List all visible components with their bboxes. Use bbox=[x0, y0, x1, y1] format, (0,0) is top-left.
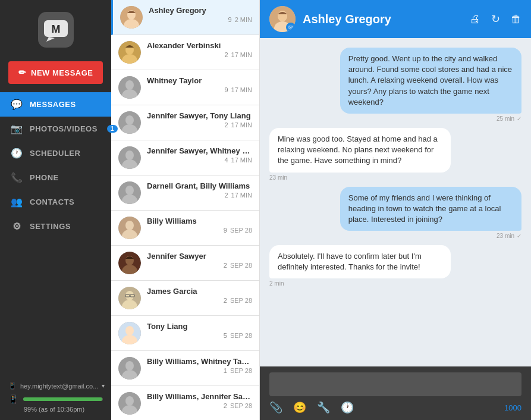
sidebar-label-photos_videos: PHOTOS/VIDEOS bbox=[30, 124, 98, 133]
svg-point-16 bbox=[125, 151, 134, 160]
logo-area: M bbox=[0, 0, 111, 57]
contact-meta-9: 2 SEP 28 bbox=[147, 297, 252, 304]
contact-avatar-10 bbox=[118, 322, 141, 344]
contact-meta-12: 2 SEP 28 bbox=[147, 402, 252, 409]
attachment-icon[interactable]: 📎 bbox=[269, 401, 282, 414]
contact-time-3: 17 MIN bbox=[231, 86, 252, 93]
contact-name-2: Alexander Verbinski bbox=[147, 41, 252, 50]
contact-item-4[interactable]: Jennifer Sawyer, Tony Liang 2 17 MIN bbox=[111, 105, 259, 140]
contact-item-9[interactable]: James Garcia 2 SEP 28 bbox=[111, 281, 259, 316]
refresh-icon[interactable]: ↻ bbox=[491, 12, 500, 26]
contact-info-9: James Garcia 2 SEP 28 bbox=[147, 287, 252, 304]
contact-info-3: Whitney Taylor 9 17 MIN bbox=[147, 76, 252, 93]
contact-item-12[interactable]: Billy Williams, Jennifer Sawyer 2 SEP 28 bbox=[111, 386, 259, 420]
messages-icon: 💬 bbox=[11, 99, 23, 110]
new-message-button[interactable]: ✏ NEW MESSAGE bbox=[8, 61, 103, 84]
app-logo: M bbox=[38, 12, 74, 48]
message-bubble-1: Pretty good. Went up to the city and wal… bbox=[340, 48, 521, 114]
pencil-icon: ✏ bbox=[18, 67, 27, 78]
svg-text:M: M bbox=[51, 23, 60, 35]
sidebar-label-contacts: CONTACTS bbox=[30, 198, 74, 206]
contact-meta-1: 9 2 MIN bbox=[149, 16, 252, 23]
contact-avatar-9 bbox=[118, 287, 141, 309]
sidebar-item-settings[interactable]: ⚙ SETTINGS bbox=[0, 214, 111, 239]
wrench-icon[interactable]: 🔧 bbox=[317, 401, 330, 414]
chat-toolbar: 📎 😊 🔧 🕐 1000 bbox=[269, 401, 521, 414]
svg-point-39 bbox=[125, 396, 134, 406]
contact-count-9: 2 bbox=[224, 297, 227, 304]
contact-info-5: Jennifer Sawyer, Whitney Taylor 4 17 MIN bbox=[147, 146, 252, 164]
phone-small-icon: 📱 bbox=[8, 382, 17, 390]
sidebar: M ✏ NEW MESSAGE 💬 MESSAGES 📷 PHOTOS/VIDE… bbox=[0, 0, 111, 420]
contacts-icon: 👥 bbox=[11, 196, 23, 208]
contact-count-4: 2 bbox=[224, 121, 228, 128]
contact-time-7: SEP 28 bbox=[230, 227, 252, 234]
contact-time-5: 17 MIN bbox=[231, 156, 252, 164]
contact-avatar-4 bbox=[118, 111, 141, 134]
contact-avatar-2 bbox=[118, 41, 141, 64]
svg-point-10 bbox=[125, 80, 134, 90]
contact-info-7: Billy Williams 9 SEP 28 bbox=[147, 217, 252, 234]
sidebar-item-phone[interactable]: 📞 PHONE bbox=[0, 165, 111, 190]
contact-name-11: Billy Williams, Whitney Taylor bbox=[147, 357, 252, 366]
sidebar-item-contacts[interactable]: 👥 CONTACTS bbox=[0, 190, 111, 214]
contact-item-3[interactable]: Whitney Taylor 9 17 MIN bbox=[111, 70, 259, 105]
read-icon-1: ✓ bbox=[517, 115, 521, 122]
message-row-2: Mine was good too. Stayed at home and ha… bbox=[269, 128, 521, 181]
chat-input-box[interactable] bbox=[269, 372, 521, 396]
message-time-3: 23 min ✓ bbox=[497, 233, 521, 239]
emoji-icon[interactable]: 😊 bbox=[293, 401, 306, 414]
chevron-down-icon: ▾ bbox=[102, 383, 105, 389]
contact-time-10: SEP 28 bbox=[230, 332, 252, 339]
contact-item-7[interactable]: Billy Williams 9 SEP 28 bbox=[111, 211, 259, 246]
trash-icon[interactable]: 🗑 bbox=[511, 13, 521, 26]
battery-bar-fill bbox=[23, 397, 102, 401]
sidebar-item-photos_videos[interactable]: 📷 PHOTOS/VIDEOS 1 bbox=[0, 117, 111, 141]
sidebar-bottom: 📱 hey.mightytext@gmail.co... ▾ 📱 99% (as… bbox=[0, 376, 111, 420]
char-count: 1000 bbox=[504, 403, 521, 412]
chat-header: ✉ Ashley Gregory 🖨 ↻ 🗑 bbox=[260, 0, 531, 38]
contact-avatar-1 bbox=[120, 6, 143, 29]
battery-row: 📱 bbox=[8, 394, 103, 404]
contact-name-12: Billy Williams, Jennifer Sawyer bbox=[147, 392, 252, 401]
contact-item-5[interactable]: Jennifer Sawyer, Whitney Taylor 4 17 MIN bbox=[111, 140, 259, 175]
contact-info-6: Darnell Grant, Billy Williams 2 17 MIN bbox=[147, 181, 252, 199]
contact-time-12: SEP 28 bbox=[230, 402, 252, 409]
contact-item-11[interactable]: Billy Williams, Whitney Taylor 1 SEP 28 bbox=[111, 351, 259, 386]
print-icon[interactable]: 🖨 bbox=[470, 13, 480, 26]
sidebar-label-scheduler: SCHEDULER bbox=[30, 149, 80, 158]
contact-name-6: Darnell Grant, Billy Williams bbox=[147, 181, 252, 190]
schedule-icon[interactable]: 🕐 bbox=[341, 401, 354, 414]
message-bubble-4: Absolutely. I'll have to confirm later b… bbox=[269, 245, 451, 278]
contact-count-12: 2 bbox=[224, 402, 227, 409]
contact-avatar-11 bbox=[118, 357, 141, 380]
contact-meta-6: 2 17 MIN bbox=[147, 192, 252, 199]
scheduler-icon: 🕐 bbox=[11, 148, 23, 159]
battery-bar-background bbox=[23, 397, 103, 401]
contact-item-8[interactable]: Jennifer Sawyer 2 SEP 28 bbox=[111, 246, 259, 281]
phone-battery-icon: 📱 bbox=[8, 394, 18, 404]
sidebar-item-messages[interactable]: 💬 MESSAGES bbox=[0, 92, 111, 117]
contact-meta-10: 5 SEP 28 bbox=[147, 332, 252, 339]
contact-count-10: 5 bbox=[224, 332, 227, 339]
sidebar-item-scheduler[interactable]: 🕐 SCHEDULER bbox=[0, 141, 111, 165]
nav-menu: 💬 MESSAGES 📷 PHOTOS/VIDEOS 1 🕐 SCHEDULER… bbox=[0, 92, 111, 239]
phone-icon: 📞 bbox=[11, 172, 23, 183]
read-icon-3: ✓ bbox=[517, 233, 521, 239]
contact-meta-5: 4 17 MIN bbox=[147, 156, 252, 164]
message-time-2: 23 min bbox=[269, 174, 287, 181]
logo-icon: M bbox=[43, 17, 69, 43]
contact-item-10[interactable]: Tony Liang 5 SEP 28 bbox=[111, 316, 259, 351]
account-row[interactable]: 📱 hey.mightytext@gmail.co... ▾ bbox=[8, 382, 103, 390]
contact-item-2[interactable]: Alexander Verbinski 2 17 MIN bbox=[111, 35, 259, 70]
svg-marker-2 bbox=[46, 37, 55, 42]
contact-info-2: Alexander Verbinski 2 17 MIN bbox=[147, 41, 252, 58]
contact-time-2: 17 MIN bbox=[231, 51, 252, 58]
contact-meta-7: 9 SEP 28 bbox=[147, 227, 252, 234]
contact-item-6[interactable]: Darnell Grant, Billy Williams 2 17 MIN bbox=[111, 175, 259, 211]
contact-item-1[interactable]: Ashley Gregory 9 2 MIN bbox=[111, 0, 259, 35]
contact-name-9: James Garcia bbox=[147, 287, 252, 296]
contact-name-8: Jennifer Sawyer bbox=[147, 252, 252, 261]
contact-time-11: SEP 28 bbox=[230, 367, 252, 374]
contact-avatar-6 bbox=[118, 181, 141, 204]
